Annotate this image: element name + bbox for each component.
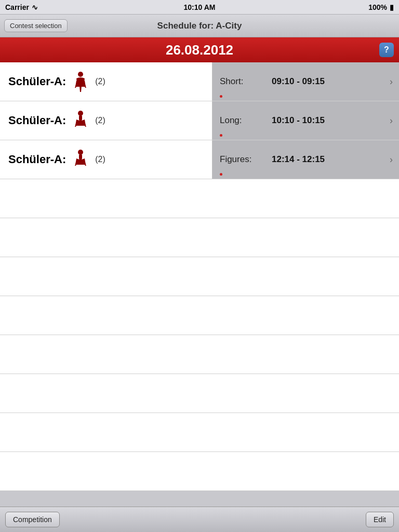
event-time-1: 09:10 - 09:15	[272, 76, 325, 87]
female-icon-2	[72, 110, 89, 131]
nav-bar: Contest selection Schedule for: A-City	[0, 15, 399, 37]
status-left: Carrier ∿	[5, 3, 38, 11]
empty-row-7	[0, 413, 399, 452]
count-3: (2)	[95, 155, 105, 164]
svg-rect-4	[79, 154, 82, 159]
event-type-3: Figures:	[220, 154, 267, 165]
status-time: 10:10 AM	[184, 3, 216, 11]
row-right-1[interactable]: Short: 09:10 - 09:15 ›	[212, 62, 399, 101]
female-icon-3	[72, 149, 89, 170]
wifi-icon: ∿	[32, 3, 38, 11]
row-right-2[interactable]: Long: 10:10 - 10:15 ›	[212, 101, 399, 140]
count-2: (2)	[95, 116, 105, 125]
chevron-icon-3: ›	[390, 154, 393, 165]
empty-row-1	[0, 179, 399, 218]
status-right: 100% ▮	[368, 3, 394, 11]
schedule-row-2: Schüler-A: (2) Long: 10:10 - 10:15 ›	[0, 101, 399, 140]
nav-title: Schedule for: A-City	[157, 21, 242, 31]
date-text: 26.08.2012	[166, 42, 233, 58]
schedule-row: Schüler-A: (2) Short: 09:10 - 09:15 ›	[0, 62, 399, 101]
status-bar: Carrier ∿ 10:10 AM 100% ▮	[0, 0, 399, 15]
row-left-1: Schüler-A: (2)	[0, 62, 212, 101]
event-time-2: 10:10 - 10:15	[272, 115, 325, 126]
empty-row-4	[0, 296, 399, 335]
svg-point-0	[78, 72, 83, 77]
svg-rect-2	[79, 115, 82, 121]
event-time-3: 12:14 - 12:15	[272, 154, 325, 165]
row-left-2: Schüler-A: (2)	[0, 101, 212, 140]
empty-row-3	[0, 257, 399, 296]
row-left-3: Schüler-A: (2)	[0, 140, 212, 179]
event-type-1: Short:	[220, 76, 267, 87]
empty-row-5	[0, 335, 399, 374]
chevron-icon-1: ›	[390, 76, 393, 87]
empty-row-8	[0, 452, 399, 491]
date-header: 26.08.2012 ?	[0, 37, 399, 62]
competition-button[interactable]: Competition	[5, 512, 60, 527]
battery-label: 100%	[368, 3, 387, 11]
category-name-2: Schüler-A:	[8, 114, 66, 127]
category-name-3: Schüler-A:	[8, 153, 66, 166]
battery-icon: ▮	[390, 3, 394, 11]
dot-indicator-2	[220, 134, 222, 137]
dot-indicator-1	[220, 95, 222, 98]
female-icon-1	[72, 71, 89, 92]
dot-indicator-3	[220, 173, 222, 176]
bottom-toolbar: Competition Edit	[0, 507, 399, 532]
edit-button[interactable]: Edit	[366, 512, 394, 527]
chevron-icon-2: ›	[390, 115, 393, 126]
schedule-row-3: Schüler-A: (2) Figures: 12:14 - 12:15 ›	[0, 140, 399, 179]
row-right-3[interactable]: Figures: 12:14 - 12:15 ›	[212, 140, 399, 179]
event-type-2: Long:	[220, 115, 267, 126]
carrier-label: Carrier	[5, 3, 29, 11]
category-name-1: Schüler-A:	[8, 75, 66, 88]
svg-point-1	[78, 111, 83, 116]
contest-selection-button[interactable]: Contest selection	[4, 19, 68, 32]
svg-point-3	[78, 150, 83, 155]
count-1: (2)	[95, 77, 105, 86]
empty-row-6	[0, 374, 399, 413]
empty-row-2	[0, 218, 399, 257]
help-button[interactable]: ?	[379, 43, 394, 57]
schedule-content: Schüler-A: (2) Short: 09:10 - 09:15 › Sc…	[0, 62, 399, 491]
